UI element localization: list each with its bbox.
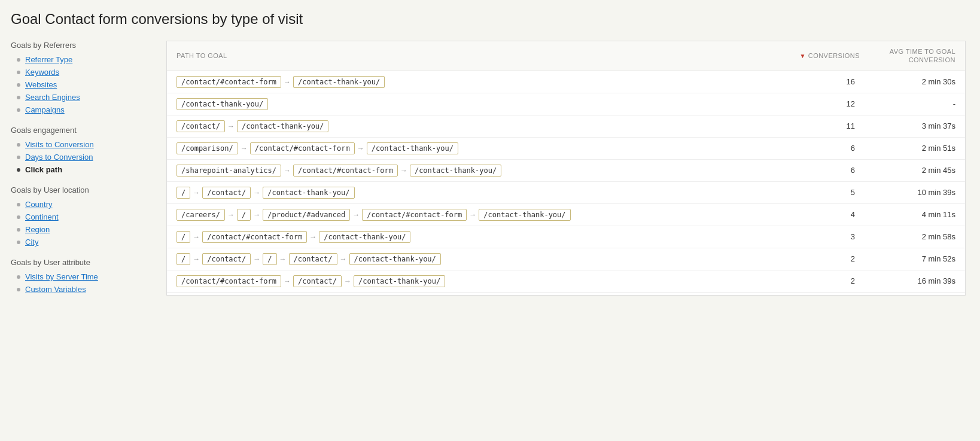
table-row[interactable]: /→/contact/→/contact-thank-you/510 min 3…	[167, 182, 965, 204]
table-header: PATH TO GOAL ▼ CONVERSIONS AVG TIME TO G…	[167, 41, 965, 71]
sidebar-item-click-path: Click path	[11, 163, 160, 176]
bullet-icon	[17, 241, 20, 244]
path-segment: /comparison/	[176, 142, 238, 154]
conversions-cell: 5	[764, 188, 860, 197]
table-row[interactable]: /→/contact/→/→/contact/→/contact-thank-y…	[167, 248, 965, 270]
path-arrow-icon: →	[309, 233, 316, 241]
sidebar-item-label: Websites	[25, 80, 57, 89]
path-arrow-icon: →	[279, 255, 287, 263]
avg-time-cell: 10 min 39s	[860, 188, 955, 197]
bullet-icon	[17, 168, 20, 172]
conversions-cell: 3	[764, 232, 860, 241]
path-segment: /contact-thank-you/	[367, 142, 458, 154]
bullet-icon	[17, 215, 20, 219]
sidebar-item-label: Search Engines	[25, 93, 80, 102]
sidebar-item-label: City	[25, 238, 38, 247]
sidebar-item-label: Visits by Server Time	[25, 272, 98, 281]
conversions-cell: 2	[764, 254, 860, 263]
path-cell: /→/contact/→/→/contact/→/contact-thank-y…	[176, 253, 764, 265]
path-segment: /contact/	[176, 120, 225, 132]
sidebar-item-websites[interactable]: Websites	[11, 78, 160, 91]
conversions-cell: 12	[764, 99, 860, 108]
avg-time-cell: 7 min 52s	[860, 254, 955, 263]
bullet-icon	[17, 156, 20, 159]
path-arrow-icon: →	[193, 255, 200, 263]
sidebar-item-keywords[interactable]: Keywords	[11, 66, 160, 78]
sidebar-item-country[interactable]: Country	[11, 198, 160, 211]
path-segment: /contact/	[289, 253, 337, 265]
sidebar-item-campaigns[interactable]: Campaigns	[11, 104, 160, 116]
path-segment: /contact-thank-you/	[410, 165, 501, 177]
path-arrow-icon: →	[253, 255, 260, 263]
path-arrow-icon: →	[344, 277, 351, 285]
path-segment: /contact-thank-you/	[349, 253, 441, 265]
avg-time-cell: 2 min 30s	[860, 77, 955, 86]
sidebar-item-referrer-type[interactable]: Referrer Type	[11, 53, 160, 66]
sidebar-item-search-engines[interactable]: Search Engines	[11, 91, 160, 104]
bullet-icon	[17, 275, 20, 279]
bullet-icon	[17, 228, 20, 232]
table-row[interactable]: /contact/→/contact-thank-you/113 min 37s	[167, 115, 965, 138]
sidebar-item-label: Campaigns	[25, 105, 65, 114]
avg-time-cell: 3 min 37s	[860, 121, 955, 130]
col-header-path: PATH TO GOAL	[176, 52, 764, 59]
conversions-cell: 6	[764, 144, 860, 153]
sidebar-item-custom-variables[interactable]: Custom Variables	[11, 283, 160, 296]
col-header-avg-time: AVG TIME TO GOAL CONVERSION	[860, 47, 955, 65]
table-row[interactable]: /→/contact/#contact-form→/contact-thank-…	[167, 226, 965, 248]
table-row[interactable]: /contact/#contact-form→/contact/→/contac…	[167, 270, 965, 293]
path-cell: /comparison/→/contact/#contact-form→/con…	[176, 142, 764, 154]
bullet-icon	[17, 71, 20, 74]
sidebar-item-city[interactable]: City	[11, 236, 160, 248]
sidebar-item-label: Region	[25, 225, 50, 234]
bullet-icon	[17, 96, 20, 99]
table-row[interactable]: /sharepoint-analytics/→/contact/#contact…	[167, 160, 965, 182]
path-segment: /contact-thank-you/	[263, 187, 354, 199]
table-row[interactable]: /comparison/→/contact/#contact-form→/con…	[167, 138, 965, 160]
sidebar-section-referrers: Goals by Referrers	[11, 41, 160, 50]
sidebar-item-label: Referrer Type	[25, 55, 72, 64]
path-arrow-icon: →	[284, 166, 291, 175]
conversions-cell: 11	[764, 121, 860, 130]
sidebar-item-continent[interactable]: Continent	[11, 211, 160, 223]
avg-time-cell: 16 min 39s	[860, 276, 955, 285]
path-cell: /careers/→/→/product/#advanced→/contact/…	[176, 209, 764, 221]
path-segment: /sharepoint-analytics/	[176, 165, 281, 177]
path-cell: /→/contact/#contact-form→/contact-thank-…	[176, 231, 764, 243]
path-cell: /contact/#contact-form→/contact-thank-yo…	[176, 76, 764, 88]
path-segment: /contact-thank-you/	[319, 231, 410, 243]
path-arrow-icon: →	[340, 255, 347, 263]
path-cell: /→/contact/→/contact-thank-you/	[176, 187, 764, 199]
bullet-icon	[17, 58, 20, 62]
path-segment: /contact-thank-you/	[237, 120, 328, 132]
path-segment: /contact/#contact-form	[293, 165, 398, 177]
sidebar-item-label: Country	[25, 200, 53, 209]
table-row[interactable]: /contact-thank-you/12-	[167, 93, 965, 115]
path-segment: /contact/#contact-form	[176, 76, 281, 88]
path-arrow-icon: →	[193, 233, 200, 241]
sidebar-item-label: Visits to Conversion	[25, 140, 94, 149]
main-table: PATH TO GOAL ▼ CONVERSIONS AVG TIME TO G…	[166, 41, 966, 296]
path-arrow-icon: →	[227, 211, 235, 219]
col-header-conversions: ▼ CONVERSIONS	[764, 52, 860, 59]
sort-arrow-icon: ▼	[800, 53, 806, 59]
path-cell: /sharepoint-analytics/→/contact/#contact…	[176, 165, 764, 177]
sidebar-item-days-to-conversion[interactable]: Days to Conversion	[11, 151, 160, 163]
sidebar-item-visits-by-server-time[interactable]: Visits by Server Time	[11, 270, 160, 283]
bullet-icon	[17, 83, 20, 87]
table-row[interactable]: /contact/#contact-form→/contact-thank-yo…	[167, 71, 965, 93]
path-segment: /contact/#contact-form	[250, 142, 355, 154]
conversions-cell: 2	[764, 276, 860, 285]
sidebar-item-visits-to-conversion[interactable]: Visits to Conversion	[11, 138, 160, 151]
sidebar: Goals by Referrers Referrer TypeKeywords…	[11, 41, 166, 296]
path-arrow-icon: →	[357, 144, 364, 153]
bullet-icon	[17, 203, 20, 206]
path-segment: /	[176, 187, 190, 199]
sidebar-item-region[interactable]: Region	[11, 223, 160, 236]
path-arrow-icon: →	[284, 277, 291, 285]
avg-time-cell: 2 min 58s	[860, 232, 955, 241]
path-cell: /contact/→/contact-thank-you/	[176, 120, 764, 132]
path-arrow-icon: →	[227, 122, 235, 130]
path-segment: /product/#advanced	[263, 209, 350, 221]
table-row[interactable]: /careers/→/→/product/#advanced→/contact/…	[167, 204, 965, 226]
